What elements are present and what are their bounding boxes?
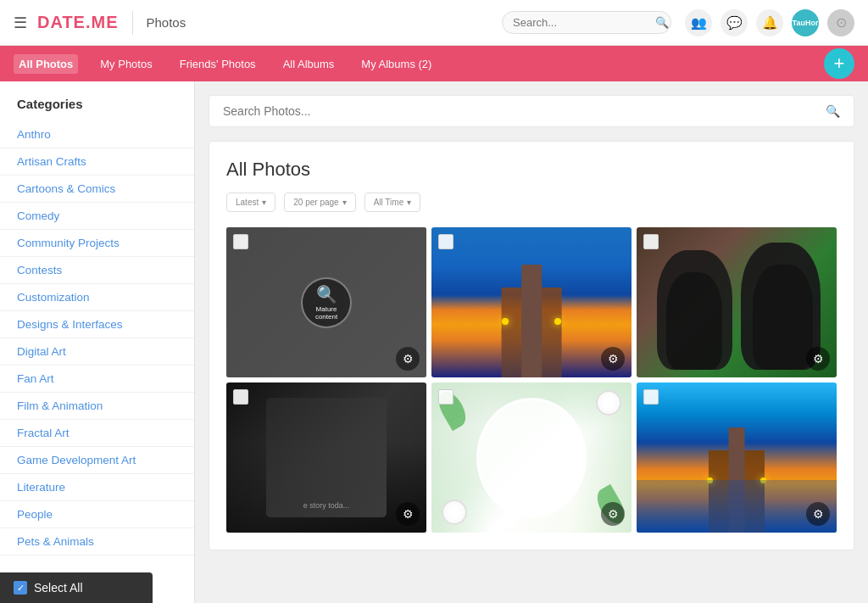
nav-my-albums[interactable]: My Albums (2): [356, 54, 437, 74]
nav-bar: All Photos My Photos Friends' Photos All…: [0, 46, 868, 81]
filter-latest[interactable]: Latest ▾: [226, 193, 275, 212]
content-area: 🔍 All Photos Latest ▾ 20 per page ▾ All …: [195, 81, 868, 603]
filter-per-page-arrow: ▾: [342, 198, 347, 207]
avatar-gray[interactable]: ⊙: [827, 9, 854, 36]
select-all-checkbox[interactable]: ✓: [14, 581, 27, 595]
select-all-label: Select All: [34, 581, 83, 595]
sidebar: Categories Anthro Artisan Crafts Cartoon…: [0, 81, 195, 603]
sidebar-item-artisan-crafts[interactable]: Artisan Crafts: [0, 148, 194, 176]
photo-gear-3[interactable]: ⚙: [806, 347, 830, 371]
photo-item-3[interactable]: ⚙: [637, 227, 837, 377]
nav-my-photos[interactable]: My Photos: [95, 54, 157, 74]
sidebar-item-game-development-art[interactable]: Game Development Art: [0, 447, 194, 474]
nav-all-photos[interactable]: All Photos: [14, 54, 78, 74]
select-all-bar[interactable]: ✓ Select All: [0, 572, 153, 603]
nav-friends-photos[interactable]: Friends' Photos: [175, 54, 261, 74]
filter-per-page[interactable]: 20 per page ▾: [284, 193, 355, 212]
sidebar-item-pets-animals[interactable]: Pets & Animals: [0, 528, 194, 556]
photo-item-6[interactable]: ⚙: [637, 382, 837, 533]
mature-text: Maturecontent: [315, 306, 337, 321]
photo-item-4[interactable]: e story toda... ⚙: [226, 382, 426, 533]
search-icon: 🔍: [655, 16, 669, 29]
photo-checkbox-3[interactable]: [643, 234, 659, 249]
photo-checkbox-2[interactable]: [438, 234, 453, 249]
all-photos-container: All Photos Latest ▾ 20 per page ▾ All Ti…: [209, 141, 854, 550]
sidebar-item-community-projects[interactable]: Community Projects: [0, 230, 194, 257]
photo-gear-4[interactable]: ⚙: [396, 502, 420, 526]
photo-gear-2[interactable]: ⚙: [601, 347, 625, 371]
sidebar-item-fan-art[interactable]: Fan Art: [0, 366, 194, 393]
photo-search-input[interactable]: [223, 104, 826, 118]
search-input[interactable]: [513, 16, 655, 29]
sidebar-item-anthro[interactable]: Anthro: [0, 121, 194, 148]
photos-label: Photos: [147, 15, 186, 30]
filter-time-label: All Time: [374, 198, 404, 207]
photo-gear-6[interactable]: ⚙: [806, 502, 830, 526]
filter-latest-label: Latest: [236, 198, 259, 207]
search-bar: 🔍: [502, 11, 671, 34]
site-logo: DATE.ME: [37, 13, 119, 32]
photo-search-icon: 🔍: [826, 104, 840, 118]
photo-checkbox-6[interactable]: [643, 389, 659, 405]
photo-checkbox-1[interactable]: [233, 234, 248, 249]
photo-item-2[interactable]: ⚙: [431, 227, 632, 377]
header: ☰ DATE.ME Photos 🔍 👥 💬 🔔 TauHor ⊙: [0, 0, 868, 46]
sidebar-item-customization[interactable]: Customization: [0, 284, 194, 311]
sidebar-item-film-animation[interactable]: Film & Animation: [0, 393, 194, 420]
people-icon-btn[interactable]: 👥: [685, 9, 712, 36]
sidebar-item-fractal-art[interactable]: Fractal Art: [0, 420, 194, 447]
hamburger-icon[interactable]: ☰: [14, 14, 27, 32]
main-layout: Categories Anthro Artisan Crafts Cartoon…: [0, 81, 868, 603]
sidebar-item-contests[interactable]: Contests: [0, 257, 194, 284]
add-button[interactable]: +: [824, 48, 854, 79]
sidebar-item-people[interactable]: People: [0, 501, 194, 528]
nav-all-albums[interactable]: All Albums: [278, 54, 340, 74]
chat-icon-btn[interactable]: 💬: [721, 9, 748, 36]
photo-gear-1[interactable]: ⚙: [396, 347, 420, 371]
avatar[interactable]: TauHor: [792, 9, 819, 36]
all-photos-title: All Photos: [226, 159, 837, 181]
sidebar-item-literature[interactable]: Literature: [0, 474, 194, 501]
filter-row: Latest ▾ 20 per page ▾ All Time ▾: [226, 193, 837, 212]
filter-per-page-label: 20 per page: [293, 198, 338, 207]
filter-time[interactable]: All Time ▾: [364, 193, 421, 212]
mature-icon: 🔍: [316, 284, 337, 304]
sidebar-item-comedy[interactable]: Comedy: [0, 203, 194, 230]
photo-item-5[interactable]: ⚙: [431, 382, 632, 533]
sidebar-item-designs-interfaces[interactable]: Designs & Interfaces: [0, 311, 194, 338]
photo-checkbox-5[interactable]: [438, 389, 453, 405]
sidebar-title: Categories: [0, 81, 194, 121]
filter-latest-arrow: ▾: [262, 198, 266, 207]
photo-checkbox-4[interactable]: [233, 389, 248, 405]
header-divider: [132, 11, 133, 35]
photo-search-bar: 🔍: [209, 95, 854, 127]
bell-icon-btn[interactable]: 🔔: [756, 9, 783, 36]
mature-badge: 🔍 Maturecontent: [301, 277, 352, 328]
filter-time-arrow: ▾: [407, 198, 411, 207]
photo-gear-5[interactable]: ⚙: [601, 502, 625, 526]
photo-item-1[interactable]: 🔍 Maturecontent ⚙: [226, 227, 426, 377]
photo-grid: 🔍 Maturecontent ⚙ ⚙: [226, 227, 837, 533]
sidebar-item-digital-art[interactable]: Digital Art: [0, 338, 194, 366]
header-icons: 👥 💬 🔔 TauHor ⊙: [685, 9, 854, 36]
sidebar-item-cartoons-comics[interactable]: Cartoons & Comics: [0, 176, 194, 203]
